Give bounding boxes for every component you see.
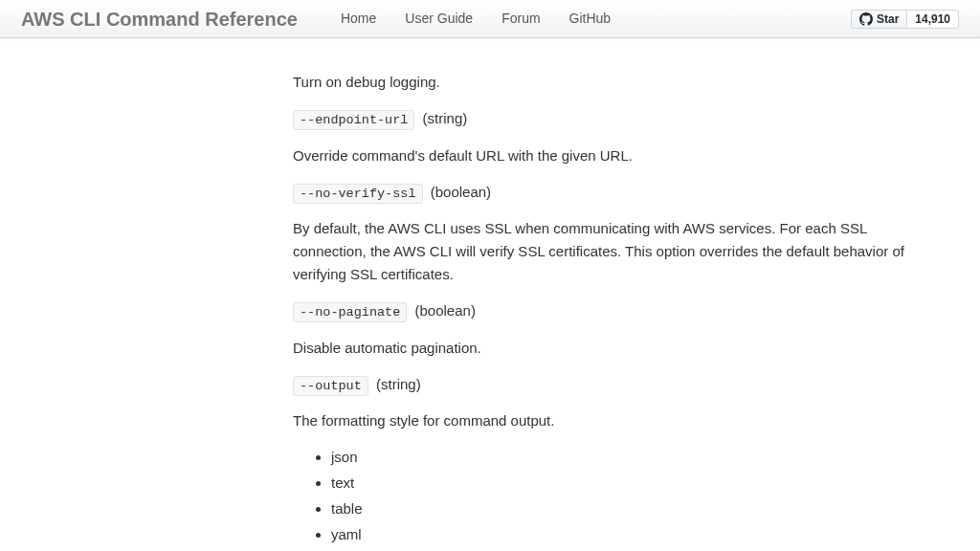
option-desc: Turn on debug logging. — [293, 71, 924, 94]
github-star-label: Star — [877, 13, 899, 25]
list-item: yaml — [331, 523, 924, 546]
main-content: Turn on debug logging. --endpoint-url (s… — [274, 38, 944, 551]
list-item: table — [331, 497, 924, 520]
navbar-inner: AWS CLI Command Reference Home User Guid… — [21, 0, 959, 39]
navbar: AWS CLI Command Reference Home User Guid… — [0, 0, 980, 38]
option-type: (string) — [376, 376, 421, 392]
nav-user-guide[interactable]: User Guide — [390, 0, 487, 39]
nav-github[interactable]: GitHub — [555, 0, 626, 39]
github-star-widget: Star 14,910 — [851, 10, 959, 29]
list-item: json — [331, 446, 924, 469]
option-flag: --output — [293, 376, 368, 396]
option-flag: --no-paginate — [293, 302, 407, 322]
option-no-verify-ssl: --no-verify-ssl (boolean) — [293, 181, 924, 205]
option-type: (boolean) — [431, 184, 491, 200]
option-desc: By default, the AWS CLI uses SSL when co… — [293, 217, 924, 286]
option-flag: --endpoint-url — [293, 110, 414, 130]
github-icon — [859, 12, 873, 26]
nav-forum[interactable]: Forum — [487, 0, 554, 39]
option-desc: Disable automatic pagination. — [293, 337, 924, 360]
list-item: text — [331, 472, 924, 495]
github-star-count[interactable]: 14,910 — [907, 10, 959, 29]
option-flag: --no-verify-ssl — [293, 184, 423, 204]
output-format-list: json text table yaml yaml-stream — [331, 446, 924, 551]
github-star-button[interactable]: Star — [851, 10, 907, 29]
nav-list: Home User Guide Forum GitHub — [326, 0, 851, 39]
option-type: (boolean) — [415, 302, 476, 319]
option-desc: The formatting style for command output. — [293, 409, 924, 432]
option-no-paginate: --no-paginate (boolean) — [293, 299, 924, 323]
option-output: --output (string) — [293, 373, 924, 397]
brand-title[interactable]: AWS CLI Command Reference — [21, 4, 298, 34]
option-endpoint-url: --endpoint-url (string) — [293, 107, 924, 131]
option-type: (string) — [423, 110, 468, 126]
option-desc: Override command's default URL with the … — [293, 144, 924, 167]
nav-home[interactable]: Home — [326, 0, 390, 39]
